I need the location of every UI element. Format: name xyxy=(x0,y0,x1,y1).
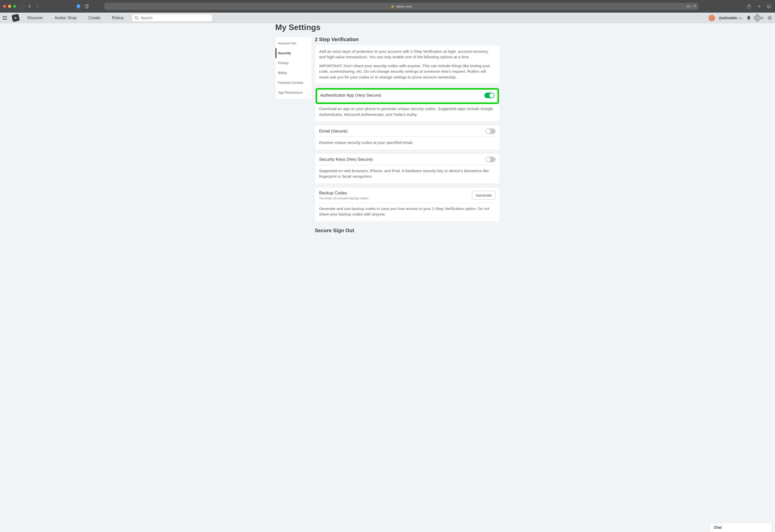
nav-avatar-shop[interactable]: Avatar Shop xyxy=(51,16,80,20)
url-host: roblox.com xyxy=(396,5,412,8)
traffic-lights xyxy=(3,5,16,8)
nav-forward-icon xyxy=(35,4,40,9)
age-badge: 13+ xyxy=(738,17,743,20)
search-icon xyxy=(134,16,138,20)
settings-main: 2 Step Verification Add an extra layer o… xyxy=(315,37,500,236)
hamburger-icon[interactable] xyxy=(3,16,8,20)
settings-gear-icon[interactable] xyxy=(767,15,772,21)
username[interactable]: @ai2stable xyxy=(719,16,737,20)
authenticator-app-toggle[interactable] xyxy=(484,93,495,98)
new-tab-icon[interactable] xyxy=(756,4,762,9)
section-heading-secure-signout: Secure Sign Out xyxy=(315,227,500,233)
security-keys-card: Security Keys (Very Secure) Supported on… xyxy=(315,153,500,184)
generate-button[interactable]: Generate xyxy=(472,191,496,200)
nav-discover[interactable]: Discover xyxy=(24,16,46,20)
security-keys-body: Supported on web browsers, iPhone, and i… xyxy=(319,168,496,179)
backup-codes-card: Backup Codes You have 10 unused backup c… xyxy=(315,187,500,221)
sidebar-item-billing[interactable]: Billing xyxy=(275,68,311,78)
window-minimize-icon[interactable] xyxy=(8,5,11,8)
sidebar-toggle-icon[interactable]: ▾ xyxy=(19,4,24,9)
shield-icon[interactable] xyxy=(76,4,81,9)
intro-paragraph-2: IMPORTANT: Don't share your security cod… xyxy=(319,63,496,80)
authenticator-app-body: Download an app on your phone to generat… xyxy=(319,106,496,117)
nav-create[interactable]: Create xyxy=(85,16,104,20)
nav-robux[interactable]: Robux xyxy=(108,16,127,20)
window-close-icon[interactable] xyxy=(3,5,6,8)
security-keys-title: Security Keys (Very Secure) xyxy=(319,157,373,162)
nav-back-icon[interactable] xyxy=(27,4,32,9)
authenticator-app-card: Authenticator App (Very Secure) Download… xyxy=(315,87,500,122)
roblox-nav: Discover Avatar Shop Create Robux @ai2st… xyxy=(0,13,775,23)
email-body: Receive unique security codes at your sp… xyxy=(319,140,496,145)
sidebar-item-app-permissions[interactable]: App Permissions xyxy=(275,88,311,97)
svg-rect-0 xyxy=(20,6,21,7)
intro-paragraph-1: Add an extra layer of protection to your… xyxy=(319,49,496,60)
svg-point-5 xyxy=(135,16,137,19)
authenticator-app-title: Authenticator App (Very Secure) xyxy=(320,93,381,98)
address-bar[interactable]: 🔒 roblox.com ⊞ᴀ xyxy=(104,3,698,10)
sidebar-item-privacy[interactable]: Privacy xyxy=(275,58,311,68)
sidebar-item-parental-controls[interactable]: Parental Controls xyxy=(275,78,311,88)
search-box[interactable] xyxy=(132,14,212,22)
notifications-icon[interactable] xyxy=(747,15,751,20)
reload-icon[interactable] xyxy=(693,5,696,8)
lock-icon: 🔒 xyxy=(391,5,394,8)
highlight-box: Authenticator App (Very Secure) xyxy=(315,88,499,104)
robux-count: 0 xyxy=(761,16,763,20)
intro-card: Add an extra layer of protection to your… xyxy=(315,45,500,84)
svg-point-6 xyxy=(769,17,771,19)
avatar[interactable] xyxy=(708,15,715,21)
search-input[interactable] xyxy=(140,16,210,20)
browser-chrome: ▾ 🔒 roblox.com ⊞ᴀ xyxy=(0,0,775,13)
share-icon[interactable] xyxy=(746,4,752,9)
window-zoom-icon[interactable] xyxy=(13,5,16,8)
tabs-overview-icon[interactable] xyxy=(766,4,772,9)
security-keys-toggle[interactable] xyxy=(486,157,496,162)
email-toggle[interactable] xyxy=(486,128,496,134)
section-heading-2sv: 2 Step Verification xyxy=(315,37,500,42)
robux-icon[interactable] xyxy=(753,14,761,22)
svg-rect-4 xyxy=(768,5,771,7)
translate-icon[interactable]: ⊞ᴀ xyxy=(687,5,691,8)
backup-codes-body: Generate and use backup codes in case yo… xyxy=(319,206,496,217)
email-title: Email (Secure) xyxy=(319,129,347,134)
sidebar-item-security[interactable]: Security xyxy=(275,48,311,58)
email-card: Email (Secure) Receive unique security c… xyxy=(315,125,500,150)
backup-codes-title: Backup Codes xyxy=(319,190,369,195)
settings-sidebar: Account Info Security Privacy Billing Pa… xyxy=(275,37,312,99)
roblox-logo-icon[interactable] xyxy=(11,14,20,22)
privacy-shield-icon[interactable] xyxy=(84,4,89,9)
page-title: My Settings xyxy=(275,23,500,32)
sidebar-item-account-info[interactable]: Account Info xyxy=(275,38,311,48)
backup-codes-subtitle: You have 10 unused backup codes. xyxy=(319,196,369,200)
